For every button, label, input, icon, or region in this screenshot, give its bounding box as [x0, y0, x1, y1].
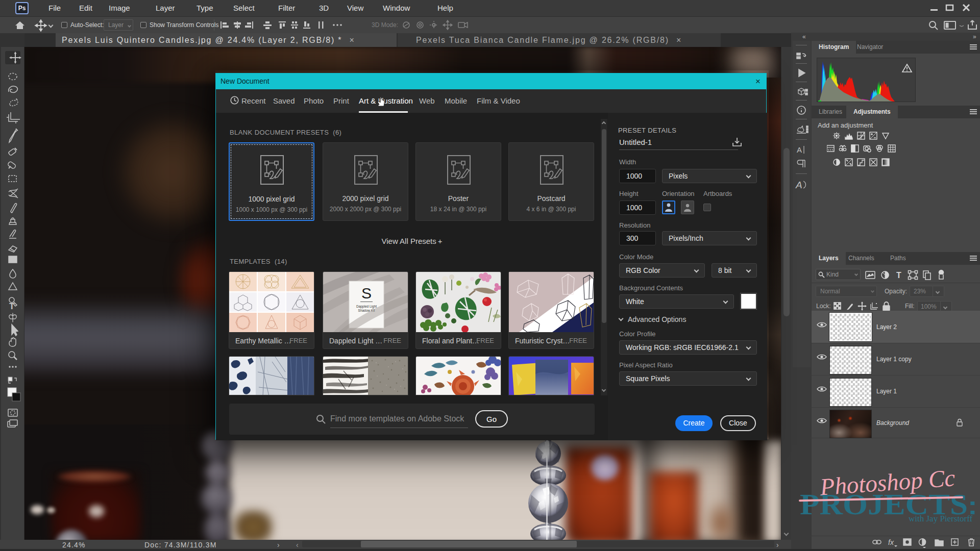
svg-text:Dappled Light: Dappled Light — [356, 305, 377, 309]
svg-text:T: T — [9, 302, 15, 311]
svg-text:T: T — [896, 271, 901, 280]
svg-text:A: A — [795, 180, 802, 190]
svg-text:A: A — [797, 145, 802, 154]
svg-text:S: S — [361, 285, 372, 302]
svg-text:fx: fx — [888, 538, 894, 546]
